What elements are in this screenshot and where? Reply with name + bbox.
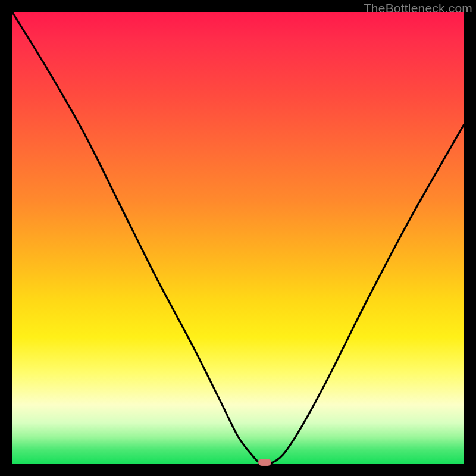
optimum-marker bbox=[258, 459, 271, 466]
plot-area bbox=[12, 12, 464, 464]
bottleneck-curve bbox=[12, 12, 464, 464]
chart-frame: TheBottleneck.com bbox=[0, 0, 476, 476]
watermark-text: TheBottleneck.com bbox=[364, 1, 472, 15]
